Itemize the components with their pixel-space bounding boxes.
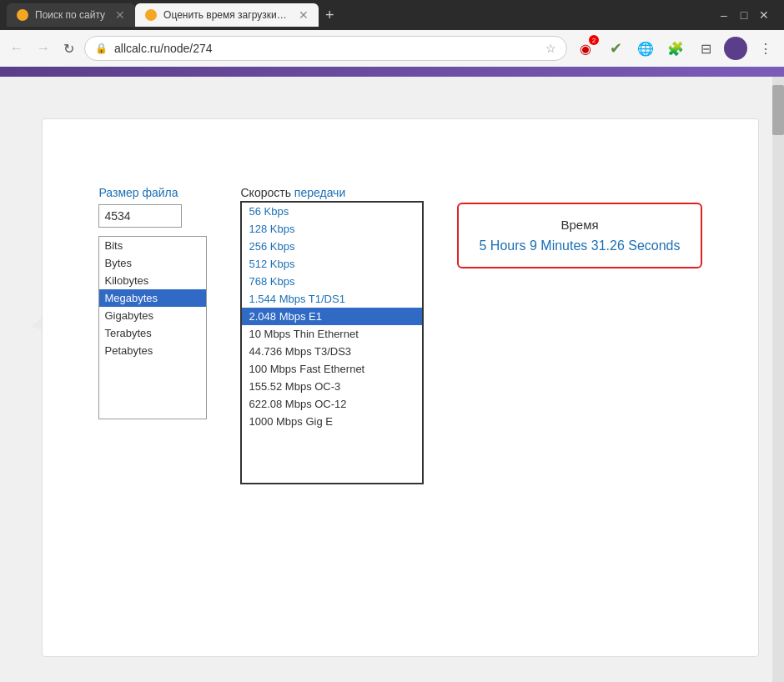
- purple-stripe: [0, 67, 784, 77]
- speed-list-item[interactable]: 256 Kbps: [242, 238, 422, 255]
- window-controls: – □ ✕: [717, 8, 777, 22]
- speed-listbox[interactable]: 56 Kbps128 Kbps256 Kbps512 Kbps768 Kbps1…: [240, 201, 424, 484]
- refresh-button[interactable]: ↻: [60, 39, 78, 58]
- speed-list-item[interactable]: 768 Kbps: [242, 273, 422, 290]
- result-value: 5 Hours 9 Minutes 31.26 Seconds: [479, 238, 680, 253]
- filesize-input[interactable]: [98, 204, 182, 228]
- speed-section: Скорость передачи 56 Kbps128 Kbps256 Kbp…: [240, 186, 424, 484]
- tab-active[interactable]: Оценить время загрузки файла... ✕: [135, 3, 319, 27]
- units-list-item[interactable]: Bytes: [99, 254, 206, 272]
- new-tab-button[interactable]: +: [325, 7, 334, 24]
- browser-window: Поиск по сайту ✕ Оценить время загрузки …: [0, 0, 784, 682]
- units-list-item[interactable]: Kilobytes: [99, 272, 206, 289]
- units-list-item[interactable]: Bits: [99, 237, 206, 254]
- speed-list-item[interactable]: 622.08 Mbps OC-12: [242, 395, 422, 413]
- tab-inactive-label: Поиск по сайту: [35, 9, 105, 21]
- result-section: Время 5 Hours 9 Minutes 31.26 Seconds: [457, 203, 701, 268]
- scrollbar-thumb[interactable]: [772, 85, 784, 135]
- tab-active-label: Оценить время загрузки файла...: [163, 9, 289, 21]
- speed-list-item[interactable]: 56 Kbps: [242, 203, 422, 220]
- minimize-button[interactable]: –: [717, 8, 731, 22]
- speed-list-item[interactable]: 100 Mbps Fast Ethernet: [242, 360, 422, 378]
- result-box: Время 5 Hours 9 Minutes 31.26 Seconds: [457, 203, 701, 268]
- speed-header: Скорость передачи: [240, 186, 424, 199]
- tab-inactive-icon: [17, 9, 28, 21]
- speed-list-item[interactable]: 44.736 Mbps T3/DS3: [242, 343, 422, 360]
- speed-list-item[interactable]: 1.544 Mbps T1/DS1: [242, 290, 422, 308]
- speed-list-item[interactable]: 128 Kbps: [242, 220, 422, 238]
- lock-icon: 🔒: [95, 43, 108, 54]
- title-bar: Поиск по сайту ✕ Оценить время загрузки …: [0, 0, 784, 30]
- page-content: Размер файла BitsBytesKilobytesMegabytes…: [0, 77, 784, 682]
- speed-list-item[interactable]: 1000 Mbps Gig E: [242, 413, 422, 430]
- tab-active-icon: [145, 9, 157, 21]
- speed-list-item[interactable]: 155.52 Mbps OC-3: [242, 378, 422, 395]
- tab-inactive-close[interactable]: ✕: [115, 8, 125, 22]
- calc-inner: Размер файла BitsBytesKilobytesMegabytes…: [98, 186, 701, 484]
- speed-list-item[interactable]: 2.048 Mbps E1: [242, 308, 422, 325]
- tab-active-close[interactable]: ✕: [299, 8, 309, 22]
- result-text: 5 Hours 9 Minutes 31.26 Seconds: [479, 238, 680, 253]
- sidebar-button[interactable]: ⊟: [694, 37, 717, 60]
- filesize-label: Размер файла: [98, 186, 207, 199]
- extension-icon-3[interactable]: 🌐: [634, 37, 657, 60]
- filesize-column: Размер файла BitsBytesKilobytesMegabytes…: [98, 186, 207, 419]
- address-bar: ← → ↻ 🔒 allcalc.ru/node/274 ☆ ◉ 2 ✔ 🌐 🧩: [0, 30, 784, 67]
- maximize-button[interactable]: □: [737, 8, 751, 22]
- units-list-item[interactable]: Megabytes: [99, 289, 206, 307]
- calc-container: Размер файла BitsBytesKilobytesMegabytes…: [42, 118, 759, 657]
- url-bar[interactable]: 🔒 allcalc.ru/node/274 ☆: [84, 36, 567, 61]
- forward-button[interactable]: →: [33, 39, 53, 58]
- toolbar-icons: ◉ 2 ✔ 🌐 🧩 ⊟ ⋮: [574, 37, 777, 60]
- units-list-item[interactable]: Petabytes: [99, 342, 206, 359]
- extension-icon-1[interactable]: ◉ 2: [574, 37, 597, 60]
- back-button[interactable]: ←: [7, 39, 27, 58]
- url-text: allcalc.ru/node/274: [114, 42, 539, 55]
- tab-inactive[interactable]: Поиск по сайту ✕: [7, 3, 135, 27]
- extension-icon-2[interactable]: ✔: [604, 37, 627, 60]
- profile-avatar[interactable]: [724, 37, 747, 60]
- menu-button[interactable]: ⋮: [754, 37, 777, 60]
- filesize-section: Размер файла: [98, 186, 207, 228]
- extensions-button[interactable]: 🧩: [664, 37, 687, 60]
- speed-list-item[interactable]: 10 Mbps Thin Ethernet: [242, 325, 422, 343]
- result-label: Время: [479, 218, 680, 232]
- units-listbox[interactable]: BitsBytesKilobytesMegabytesGigabytesTera…: [98, 236, 207, 419]
- close-button[interactable]: ✕: [757, 8, 771, 22]
- page-scrollbar[interactable]: [772, 77, 784, 682]
- units-list-item[interactable]: Terabytes: [99, 324, 206, 342]
- units-list-item[interactable]: Gigabytes: [99, 307, 206, 324]
- bookmark-icon[interactable]: ☆: [545, 42, 556, 55]
- speed-list-item[interactable]: 512 Kbps: [242, 255, 422, 273]
